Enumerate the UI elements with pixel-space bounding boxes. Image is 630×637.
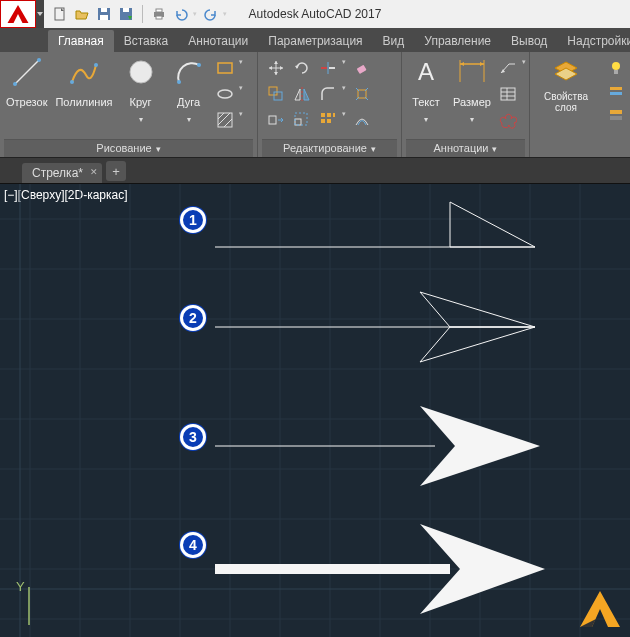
tab-insert[interactable]: Вставка [114,30,179,52]
svg-point-16 [197,63,201,67]
chevron-down-icon[interactable]: ▾ [239,84,243,104]
line-button[interactable]: Отрезок [4,54,49,114]
svg-rect-26 [357,65,367,74]
ribbon-tab-row: Главная Вставка Аннотации Параметризация… [0,28,630,52]
file-tab-label: Стрелка* [32,166,83,180]
lightbulb-icon[interactable] [606,58,626,78]
chevron-down-icon[interactable]: ▾ [239,110,243,130]
chevron-down-icon: ▾ [424,116,428,124]
ucs-icon: Y [14,577,54,627]
tab-manage[interactable]: Управление [414,30,501,52]
svg-point-14 [130,61,152,83]
open-icon[interactable] [74,6,90,22]
circle-button[interactable]: Круг ▾ [119,54,163,124]
svg-rect-28 [274,92,282,100]
tab-parametric[interactable]: Параметризация [258,30,372,52]
svg-rect-38 [321,113,325,117]
move-icon[interactable] [266,58,286,78]
tab-label: Надстройки [567,34,630,48]
undo-icon[interactable] [173,6,189,22]
arc-button[interactable]: Дуга ▾ [167,54,211,124]
tab-home[interactable]: Главная [48,30,114,52]
new-tab-button[interactable]: + [106,161,126,181]
tab-output[interactable]: Вывод [501,30,557,52]
rectangle-icon[interactable] [215,58,235,78]
callout-marker: 3 [180,424,206,450]
tab-label: Управление [424,34,491,48]
text-button[interactable]: A Текст ▾ [406,54,446,124]
scale-icon[interactable] [292,110,312,130]
svg-rect-7 [156,9,162,12]
autocad-logo-icon [3,2,33,26]
rotate-icon[interactable] [292,58,312,78]
chevron-down-icon[interactable]: ▾ [342,84,346,104]
app-menu-button[interactable] [0,0,36,28]
mirror-icon[interactable] [292,84,312,104]
dimension-button[interactable]: Размер ▾ [450,54,494,124]
svg-line-22 [224,119,232,127]
panel-draw: Отрезок Полилиния Круг ▾ Дуга ▾ ▾ [0,52,258,157]
chevron-down-icon[interactable]: ▾ [239,58,243,78]
svg-point-10 [13,82,17,86]
arc-icon [174,57,204,87]
polyline-button[interactable]: Полилиния [53,54,114,114]
chevron-down-icon[interactable]: ▾ [522,58,526,78]
fillet-icon[interactable] [318,84,338,104]
tab-addins[interactable]: Надстройки [557,30,630,52]
drawing-area[interactable]: [−][Сверху][2D-каркас] [0,184,630,637]
panel-modify-title[interactable]: Редактирование▾ [262,139,397,157]
panel-annotation-title[interactable]: Аннотации▾ [406,139,525,157]
chevron-down-icon: ▾ [492,144,497,154]
drawing-content [0,184,630,637]
chevron-down-icon[interactable]: ▾ [342,58,346,78]
svg-line-9 [15,60,39,84]
callout-marker: 1 [180,207,206,233]
polyline-label: Полилиния [55,90,112,114]
layer-filter-icon[interactable] [606,106,626,126]
saveas-icon[interactable] [118,6,134,22]
app-menu-dropdown[interactable] [36,0,44,28]
redo-dropdown[interactable]: ▾ [223,10,227,18]
array-icon[interactable] [318,110,338,130]
ellipse-icon[interactable] [215,84,235,104]
svg-rect-56 [610,116,622,120]
tab-label: Аннотации [188,34,248,48]
cloud-icon[interactable] [498,110,518,130]
svg-rect-54 [610,92,622,95]
svg-rect-53 [610,87,622,90]
line-label: Отрезок [6,90,47,114]
table-icon[interactable] [498,84,518,104]
svg-text:A: A [418,58,434,85]
svg-rect-41 [321,119,325,123]
stretch-icon[interactable] [266,110,286,130]
svg-point-12 [70,80,74,84]
quick-access-toolbar: ▾ ▾ [44,5,235,23]
trim-icon[interactable] [318,58,338,78]
erase-icon[interactable] [352,58,372,78]
print-icon[interactable] [151,6,167,22]
offset-icon[interactable] [352,110,372,130]
circle-icon [126,57,156,87]
panel-draw-title[interactable]: Рисование▾ [4,139,253,157]
tab-label: Вид [383,34,405,48]
hatch-icon[interactable] [215,110,235,130]
leader-icon[interactable] [498,58,518,78]
chevron-down-icon[interactable]: ▾ [342,110,346,130]
svg-rect-3 [100,15,108,20]
svg-rect-19 [218,113,232,127]
line-icon [12,57,42,87]
close-icon[interactable]: ✕ [90,167,98,177]
redo-icon[interactable] [203,6,219,22]
tab-annotate[interactable]: Аннотации [178,30,258,52]
undo-dropdown[interactable]: ▾ [193,10,197,18]
copy-icon[interactable] [266,84,286,104]
tab-view[interactable]: Вид [373,30,415,52]
layer-state-icon[interactable] [606,82,626,102]
chevron-down-icon: ▾ [470,116,474,124]
new-icon[interactable] [52,6,68,22]
svg-rect-17 [218,63,232,73]
explode-icon[interactable] [352,84,372,104]
layer-properties-button[interactable]: Свойства слоя [534,54,598,114]
file-tab[interactable]: Стрелка* ✕ [22,163,102,183]
save-icon[interactable] [96,6,112,22]
